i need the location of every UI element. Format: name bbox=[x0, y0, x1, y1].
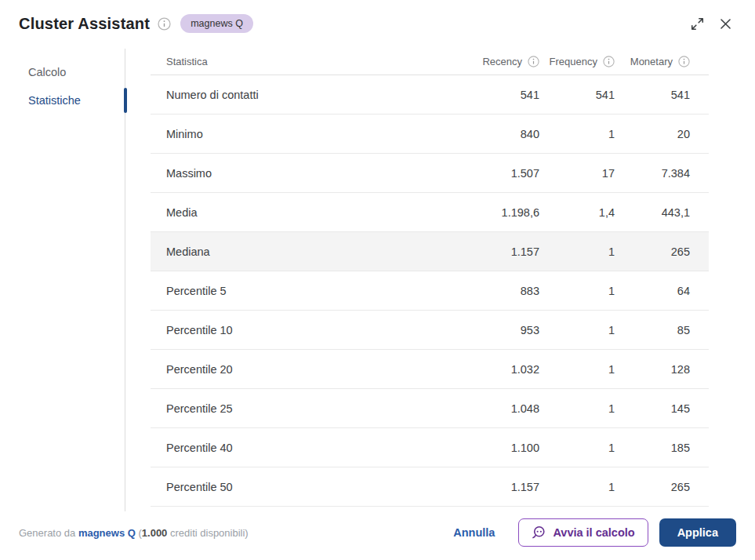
run-calculation-button[interactable]: Avvia il calcolo bbox=[518, 518, 648, 547]
cell-frequency: 1 bbox=[539, 442, 615, 454]
footer-actions: Annulla Avvia il calcolo Applica bbox=[445, 518, 736, 547]
cell-recency: 1.100 bbox=[461, 442, 539, 454]
dialog-body: CalcoloStatistiche Statistica Recency bbox=[0, 42, 755, 511]
column-header-recency: Recency bbox=[461, 56, 539, 67]
cell-statistic: Mediana bbox=[151, 245, 461, 258]
monetary-info-icon[interactable] bbox=[678, 56, 690, 67]
cell-statistic: Percentile 40 bbox=[151, 442, 461, 454]
cluster-assistant-dialog: Cluster Assistant magnews Q CalcoloStati… bbox=[0, 0, 755, 560]
table-row: Percentile 10953185 bbox=[151, 311, 709, 350]
cell-monetary: 145 bbox=[615, 402, 690, 415]
table-row: Percentile 201.0321128 bbox=[151, 350, 709, 389]
cell-monetary: 85 bbox=[615, 324, 690, 336]
table-row: Percentile 5883164 bbox=[151, 271, 709, 311]
run-calculation-label: Avvia il calcolo bbox=[553, 526, 634, 539]
cell-frequency: 1 bbox=[539, 285, 615, 297]
statistics-panel: Statistica Recency Frequency bbox=[125, 49, 755, 511]
cell-monetary: 265 bbox=[615, 481, 690, 493]
cell-monetary: 128 bbox=[615, 363, 690, 376]
table-row: Percentile 501.1571265 bbox=[151, 467, 709, 507]
status-badge: magnews Q bbox=[180, 14, 253, 34]
credits-value: 1.000 bbox=[142, 527, 168, 539]
cell-recency: 1.198,6 bbox=[461, 206, 539, 219]
expand-icon[interactable] bbox=[686, 13, 708, 35]
dialog-footer: Generato da magnews Q (1.000 crediti dis… bbox=[0, 511, 755, 560]
cell-frequency: 1 bbox=[539, 481, 615, 493]
title-info-icon[interactable] bbox=[158, 17, 171, 31]
cell-recency: 1.157 bbox=[461, 481, 539, 493]
recency-info-icon[interactable] bbox=[528, 56, 539, 67]
column-header-frequency: Frequency bbox=[539, 56, 615, 67]
cell-recency: 1.032 bbox=[461, 363, 539, 376]
credits-text: Generato da magnews Q (1.000 crediti dis… bbox=[19, 527, 249, 539]
cell-statistic: Minimo bbox=[151, 128, 461, 140]
table-row: Minimo840120 bbox=[151, 115, 709, 154]
cell-statistic: Numero di contatti bbox=[151, 89, 461, 101]
column-label: Frequency bbox=[550, 56, 597, 67]
table-header: Statistica Recency Frequency bbox=[151, 49, 709, 75]
cell-statistic: Percentile 50 bbox=[151, 481, 461, 493]
cell-frequency: 1 bbox=[539, 363, 615, 376]
table-row: Percentile 251.0481145 bbox=[151, 389, 709, 428]
cell-frequency: 1 bbox=[539, 324, 615, 336]
generated-by-text: Generato da bbox=[19, 527, 78, 539]
column-label: Monetary bbox=[630, 56, 673, 67]
credits-suffix: crediti disponibili) bbox=[167, 527, 248, 539]
cell-frequency: 1,4 bbox=[539, 206, 615, 219]
cell-recency: 840 bbox=[461, 128, 539, 140]
sidebar: CalcoloStatistiche bbox=[0, 49, 125, 511]
cell-monetary: 265 bbox=[615, 245, 690, 258]
cell-statistic: Percentile 25 bbox=[151, 402, 461, 415]
frequency-info-icon[interactable] bbox=[603, 56, 615, 67]
column-label: Statistica bbox=[166, 56, 208, 67]
column-header-statistica: Statistica bbox=[151, 56, 461, 67]
dialog-header: Cluster Assistant magnews Q bbox=[0, 0, 755, 42]
cell-monetary: 7.384 bbox=[615, 167, 690, 180]
cell-frequency: 541 bbox=[539, 89, 615, 101]
cell-frequency: 1 bbox=[539, 402, 615, 415]
brand-name: magnews Q bbox=[78, 527, 136, 539]
page-title: Cluster Assistant bbox=[19, 15, 150, 33]
credits-open: ( bbox=[136, 527, 142, 539]
close-icon[interactable] bbox=[714, 13, 736, 35]
cell-statistic: Percentile 5 bbox=[151, 285, 461, 297]
cell-frequency: 1 bbox=[539, 245, 615, 258]
q-assistant-icon bbox=[532, 525, 546, 540]
cell-recency: 953 bbox=[461, 324, 539, 336]
apply-button[interactable]: Applica bbox=[659, 518, 736, 547]
cell-monetary: 185 bbox=[615, 442, 690, 454]
cell-monetary: 20 bbox=[615, 128, 690, 140]
sidebar-item-calcolo[interactable]: Calcolo bbox=[0, 58, 125, 86]
cell-statistic: Percentile 10 bbox=[151, 324, 461, 336]
cell-statistic: Massimo bbox=[151, 167, 461, 180]
cell-statistic: Percentile 20 bbox=[151, 363, 461, 376]
cell-recency: 883 bbox=[461, 285, 539, 297]
column-header-monetary: Monetary bbox=[615, 56, 690, 67]
sidebar-item-label: Statistiche bbox=[28, 94, 81, 107]
sidebar-item-statistiche[interactable]: Statistiche bbox=[0, 86, 125, 115]
table-row: Numero di contatti541541541 bbox=[151, 75, 709, 115]
table-row: Mediana1.1571265 bbox=[151, 232, 709, 271]
cell-recency: 541 bbox=[461, 89, 539, 101]
cell-frequency: 1 bbox=[539, 128, 615, 140]
table-row: Massimo1.507177.384 bbox=[151, 154, 709, 193]
table-body: Numero di contatti541541541Minimo840120M… bbox=[151, 75, 709, 507]
cell-frequency: 17 bbox=[539, 167, 615, 180]
table-row: Percentile 401.1001185 bbox=[151, 428, 709, 467]
cell-recency: 1.507 bbox=[461, 167, 539, 180]
cell-recency: 1.157 bbox=[461, 245, 539, 258]
cell-statistic: Media bbox=[151, 206, 461, 219]
cell-monetary: 541 bbox=[615, 89, 690, 101]
cell-monetary: 64 bbox=[615, 285, 690, 297]
cancel-button[interactable]: Annulla bbox=[445, 520, 503, 545]
column-label: Recency bbox=[482, 56, 522, 67]
cell-monetary: 443,1 bbox=[615, 206, 690, 219]
table-row: Media1.198,61,4443,1 bbox=[151, 193, 709, 232]
sidebar-item-label: Calcolo bbox=[28, 66, 66, 78]
cell-recency: 1.048 bbox=[461, 402, 539, 415]
